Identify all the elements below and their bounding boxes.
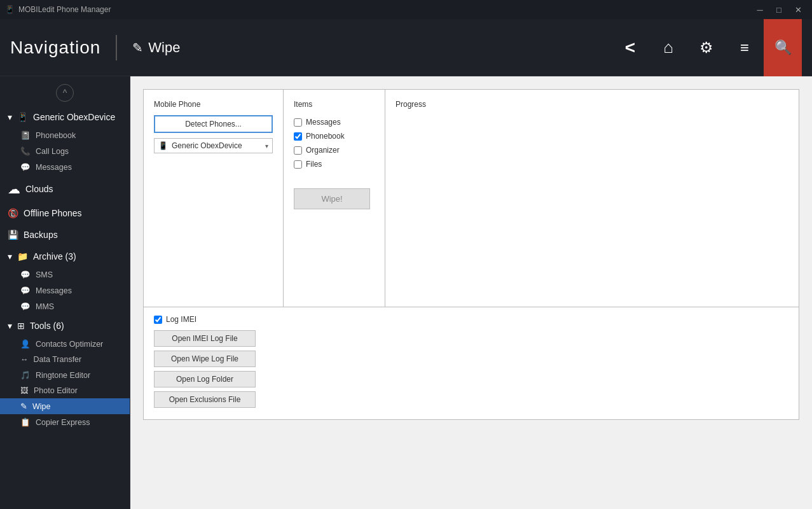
ringtone-editor-icon: 🎵 <box>20 370 31 380</box>
sidebar-item-photo-editor[interactable]: 🖼 Photo Editor <box>0 383 130 398</box>
minimize-button[interactable]: ─ <box>751 3 769 16</box>
sidebar: ^ ▾ 📱 Generic ObexDevice 📓 Phonebook 📞 C… <box>0 76 130 509</box>
messages-checkbox[interactable] <box>294 118 302 127</box>
sidebar-group-archive[interactable]: ▾ 📁 Archive (3) <box>0 246 130 267</box>
items-column: Items Messages Phonebook Organizer <box>284 90 385 307</box>
organizer-checkbox[interactable] <box>294 146 302 155</box>
files-checkbox[interactable] <box>294 160 302 169</box>
expand-arrow-archive-icon: ▾ <box>8 251 12 261</box>
title-bar-left: 📱 MOBILedit Phone Manager <box>5 5 111 14</box>
sms-icon: 💬 <box>20 270 31 279</box>
sidebar-item-sms[interactable]: 💬 SMS <box>0 267 130 282</box>
wipe-text: Wipe <box>148 39 180 56</box>
sidebar-item-contacts-optimizer[interactable]: 👤 Contacts Optimizer <box>0 336 130 352</box>
home-button[interactable]: ⌂ <box>649 19 687 76</box>
open-exclusions-file-button[interactable]: Open Exclusions File <box>154 391 256 408</box>
log-imei-label: Log IMEI <box>166 315 196 324</box>
files-check-label: Files <box>306 160 322 169</box>
section-tools: ▾ ⊞ Tools (6) 👤 Contacts Optimizer ↔ Dat… <box>0 316 130 430</box>
app-title: MOBILedit Phone Manager <box>18 5 111 14</box>
sidebar-item-copier-express[interactable]: 📋 Copier Express <box>0 414 130 430</box>
tools-icon: ⊞ <box>17 321 25 331</box>
progress-column: Progress <box>385 90 799 307</box>
wipe-panel: Mobile Phone Detect Phones... 📱 Generic … <box>143 89 799 420</box>
header-right: < ⌂ ⚙ ≡ 🔍 <box>611 19 802 76</box>
tools-label: Tools (6) <box>30 321 64 331</box>
photo-editor-icon: 🖼 <box>20 386 29 395</box>
maximize-button[interactable]: □ <box>770 3 788 16</box>
back-button[interactable]: < <box>611 19 649 76</box>
header-separator <box>116 35 117 60</box>
sidebar-item-ringtone-editor[interactable]: 🎵 Ringtone Editor <box>0 367 130 383</box>
device-label: Generic ObexDevice <box>33 112 115 122</box>
collapse-button[interactable]: ^ <box>56 84 74 102</box>
section-offline-phones: 📵 Offline Phones <box>0 203 130 223</box>
open-imei-log-button[interactable]: Open IMEI Log File <box>154 330 256 347</box>
open-log-folder-button[interactable]: Open Log Folder <box>154 371 256 387</box>
archive-label: Archive (3) <box>33 251 76 261</box>
main-layout: ^ ▾ 📱 Generic ObexDevice 📓 Phonebook 📞 C… <box>0 76 812 509</box>
sidebar-group-tools[interactable]: ▾ ⊞ Tools (6) <box>0 316 130 336</box>
archive-icon: 📁 <box>17 251 28 261</box>
expand-arrow-icon: ▾ <box>8 112 12 122</box>
settings-button[interactable]: ⚙ <box>687 19 726 76</box>
content-area: Mobile Phone Detect Phones... 📱 Generic … <box>130 76 812 509</box>
offline-phones-label: Offline Phones <box>24 208 82 218</box>
wipe-bottom-section: Log IMEI Open IMEI Log File Open Wipe Lo… <box>144 307 799 419</box>
phonebook-icon: 📓 <box>20 130 31 140</box>
section-archive: ▾ 📁 Archive (3) 💬 SMS 💬 Messages 💬 MMS <box>0 246 130 314</box>
nav-title: Navigation <box>10 38 100 58</box>
clouds-icon: ☁ <box>8 181 20 197</box>
sidebar-group-clouds[interactable]: ☁ Clouds <box>0 176 130 202</box>
backups-label: Backups <box>24 230 58 240</box>
messages-icon: 💬 <box>20 162 31 172</box>
log-imei-checkbox[interactable] <box>154 316 162 324</box>
sidebar-group-backups[interactable]: 💾 Backups <box>0 225 130 245</box>
sidebar-item-wipe[interactable]: ✎ Wipe <box>0 398 130 414</box>
offline-phones-icon: 📵 <box>8 208 18 218</box>
phonebook-checkbox[interactable] <box>294 132 302 141</box>
section-clouds: ☁ Clouds <box>0 176 130 202</box>
device-select-dropdown[interactable]: 📱 Generic ObexDevice ▾ <box>154 138 273 153</box>
section-device: ▾ 📱 Generic ObexDevice 📓 Phonebook 📞 Cal… <box>0 107 130 175</box>
phonebook-checkbox-row: Phonebook <box>294 129 375 143</box>
sidebar-group-device[interactable]: ▾ 📱 Generic ObexDevice <box>0 107 130 127</box>
title-bar-controls: ─ □ ✕ <box>751 3 807 16</box>
organizer-check-label: Organizer <box>306 146 340 155</box>
section-backups: 💾 Backups <box>0 225 130 245</box>
sidebar-item-archive-messages[interactable]: 💬 Messages <box>0 282 130 298</box>
wipe-edit-icon: ✎ <box>132 40 143 55</box>
items-label: Items <box>294 100 375 109</box>
data-transfer-icon: ↔ <box>20 355 29 364</box>
expand-arrow-tools-icon: ▾ <box>8 321 12 331</box>
archive-messages-icon: 💬 <box>20 286 31 295</box>
device-icon: 📱 <box>17 112 28 122</box>
clouds-label: Clouds <box>25 184 53 194</box>
copier-express-icon: 📋 <box>20 417 31 427</box>
sidebar-item-phonebook[interactable]: 📓 Phonebook <box>0 127 130 143</box>
wipe-top-section: Mobile Phone Detect Phones... 📱 Generic … <box>144 90 799 307</box>
contacts-optimizer-icon: 👤 <box>20 339 31 349</box>
sidebar-item-call-logs[interactable]: 📞 Call Logs <box>0 143 130 159</box>
mobile-phone-label: Mobile Phone <box>154 100 273 109</box>
header: Navigation ✎ Wipe < ⌂ ⚙ ≡ 🔍 <box>0 19 812 76</box>
wipe-button[interactable]: Wipe! <box>294 188 370 209</box>
files-checkbox-row: Files <box>294 157 375 171</box>
close-button[interactable]: ✕ <box>789 3 807 16</box>
detect-phones-button[interactable]: Detect Phones... <box>154 115 273 133</box>
title-bar: 📱 MOBILedit Phone Manager ─ □ ✕ <box>0 0 812 19</box>
open-wipe-log-button[interactable]: Open Wipe Log File <box>154 351 256 367</box>
menu-button[interactable]: ≡ <box>726 19 764 76</box>
messages-check-label: Messages <box>306 118 341 127</box>
selected-device-label: Generic ObexDevice <box>172 141 242 150</box>
sidebar-group-offline[interactable]: 📵 Offline Phones <box>0 203 130 223</box>
progress-label: Progress <box>396 100 788 109</box>
sidebar-item-messages[interactable]: 💬 Messages <box>0 159 130 175</box>
log-imei-row: Log IMEI <box>154 315 788 324</box>
search-button[interactable]: 🔍 <box>764 19 802 76</box>
backups-icon: 💾 <box>8 230 18 240</box>
phonebook-check-label: Phonebook <box>306 132 345 141</box>
sidebar-item-data-transfer[interactable]: ↔ Data Transfer <box>0 352 130 367</box>
sidebar-item-mms[interactable]: 💬 MMS <box>0 298 130 314</box>
call-logs-icon: 📞 <box>20 146 31 156</box>
